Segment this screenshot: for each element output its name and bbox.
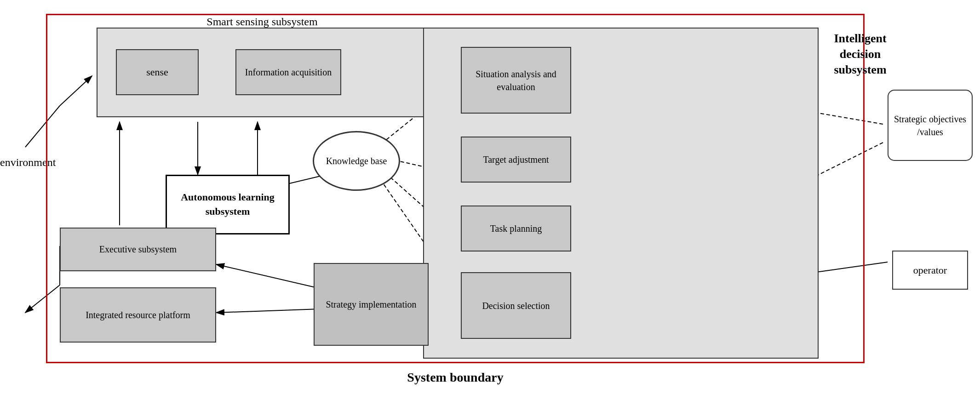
sense-box: sense [116,49,199,95]
decision-selection-box: Decision selection [461,272,571,339]
decision-selection-label: Decision selection [482,299,550,312]
knowledge-base-box: Knowledge base [313,131,400,191]
diagram-container: environment System boundary Smart sensin… [0,0,980,400]
task-planning-label: Task planning [490,223,542,234]
integrated-resource-box: Integrated resource platform [60,287,216,343]
smart-sensing-box: Smart sensing subsystem sense Informatio… [97,28,428,117]
sense-label: sense [146,66,168,78]
knowledge-base-label: Knowledge base [326,156,387,166]
integrated-resource-label: Integrated resource platform [86,308,190,322]
target-adjustment-label: Target adjustment [483,153,549,166]
intelligent-decision-label: Intelligent decision subsystem [822,31,898,77]
situation-box: Situation analysis and evaluation [461,47,571,114]
executive-subsystem-label: Executive subsystem [99,244,177,255]
system-boundary-label: System boundary [407,370,503,385]
smart-sensing-label: Smart sensing subsystem [206,16,317,28]
strategic-objectives-label: Strategic objectives /values [888,113,972,138]
operator-box: operator [892,251,968,290]
autonomous-learning-label: Autonomous learning subsystem [167,190,288,219]
target-adjustment-box: Target adjustment [461,137,571,183]
autonomous-learning-box: Autonomous learning subsystem [166,175,290,234]
intelligent-decision-box: Intelligent decision subsystem Situation… [423,28,819,359]
info-acquisition-box: Information acquisition [235,49,341,95]
info-acquisition-label: Information acquisition [245,67,332,78]
strategic-objectives-box: Strategic objectives /values [888,90,973,161]
operator-label: operator [913,264,947,276]
situation-label: Situation analysis and evaluation [462,68,570,93]
task-planning-box: Task planning [461,206,571,251]
strategy-implementation-label: Strategy implementation [326,298,416,311]
strategy-implementation-box: Strategy implementation [314,263,429,346]
executive-subsystem-box: Executive subsystem [60,228,216,271]
